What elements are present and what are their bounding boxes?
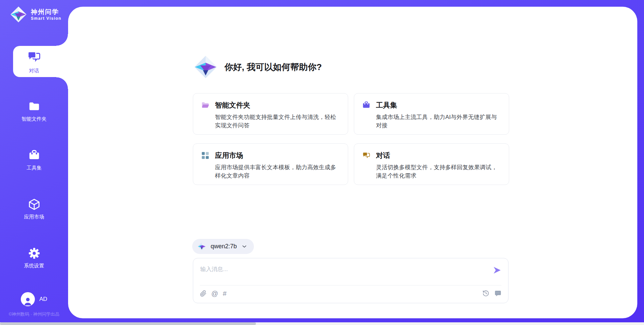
gear-icon	[28, 247, 41, 260]
chat-bubble-icon	[494, 290, 501, 297]
brand-logo: 神州问学 Smart Vision	[9, 5, 61, 23]
card-title: 对话	[376, 151, 390, 160]
app-window: 神州问学 Smart Vision 对话 智能文件夹 工具集 应	[0, 0, 644, 325]
history-icon	[482, 290, 489, 297]
sidebar-item-label: 工具集	[26, 165, 42, 171]
model-selector[interactable]: qwen2:7b	[192, 239, 254, 254]
folder-icon	[28, 100, 41, 113]
copyright-footer: ©神州数码 · 神州问学出品	[0, 311, 68, 317]
greeting: 你好, 我可以如何帮助你?	[193, 54, 322, 80]
user-initials: AD	[39, 296, 47, 303]
toolbox-icon	[28, 149, 41, 162]
mention-button[interactable]: @	[211, 290, 218, 297]
card-toolset[interactable]: 工具集 集成市场上主流工具，助力AI与外界无缝扩展与对接	[354, 93, 509, 135]
card-description: 智能文件夹功能支持批量文件上传与清洗，轻松实现文件问答	[215, 113, 341, 130]
brand-subtitle: Smart Vision	[31, 16, 61, 21]
sidebar-item-chat[interactable]: 对话	[0, 50, 68, 74]
card-smart-folder[interactable]: 智能文件夹 智能文件夹功能支持批量文件上传与清洗，轻松实现文件问答	[193, 93, 348, 135]
folder-open-icon	[201, 101, 210, 110]
horizontal-scrollbar[interactable]	[0, 322, 644, 325]
sidebar-item-settings[interactable]: 系统设置	[0, 247, 68, 269]
card-app-market[interactable]: 应用市场 应用市场提供丰富长文本模板，助力高效生成多样化文章内容	[193, 143, 348, 185]
tab-scoop-top	[56, 34, 68, 46]
user-profile[interactable]: AD	[0, 292, 68, 306]
brand-name: 神州问学	[31, 8, 61, 16]
card-description: 集成市场上主流工具，助力AI与外界无缝扩展与对接	[376, 113, 502, 130]
chevron-down-icon	[241, 243, 248, 250]
card-chat[interactable]: 对话 灵活切换多模型文件，支持多样回复效果调试，满足个性化需求	[354, 143, 509, 185]
paperclip-icon	[200, 290, 207, 297]
card-title: 智能文件夹	[215, 101, 250, 110]
tab-scoop-bottom	[56, 77, 68, 89]
scrollbar-thumb[interactable]	[0, 322, 256, 325]
main-panel: 你好, 我可以如何帮助你? 智能文件夹 智能文件夹功能支持批量文件上传与清洗，轻…	[68, 7, 637, 318]
history-button[interactable]	[482, 290, 489, 297]
sidebar-item-app-market[interactable]: 应用市场	[0, 198, 68, 220]
sidebar-item-label: 系统设置	[24, 263, 44, 269]
hashtag-button[interactable]: #	[223, 290, 226, 297]
message-composer[interactable]: 输入消息... @ #	[193, 258, 508, 303]
person-icon	[23, 296, 33, 306]
model-name: qwen2:7b	[211, 243, 237, 250]
send-icon[interactable]	[492, 266, 501, 275]
composer-divider	[200, 285, 501, 285]
sidebar-item-label: 应用市场	[24, 214, 44, 220]
attachment-button[interactable]	[200, 290, 207, 297]
conversation-button[interactable]	[494, 290, 501, 297]
toolbox-icon	[362, 101, 371, 110]
cube-icon	[28, 198, 41, 211]
gem-logo-icon	[193, 54, 218, 80]
chat-icon	[362, 151, 371, 160]
chat-icon	[26, 50, 42, 65]
sidebar-item-label: 智能文件夹	[21, 116, 47, 122]
sidebar-item-label: 对话	[29, 68, 39, 74]
gem-logo-icon	[197, 242, 206, 251]
avatar	[21, 292, 35, 306]
card-title: 应用市场	[215, 151, 243, 160]
card-description: 应用市场提供丰富长文本模板，助力高效生成多样化文章内容	[215, 163, 341, 180]
grid-icon	[201, 151, 210, 160]
gem-logo-icon	[9, 5, 28, 23]
sidebar-item-smart-folder[interactable]: 智能文件夹	[0, 100, 68, 122]
card-title: 工具集	[376, 101, 397, 110]
card-description: 灵活切换多模型文件，支持多样回复效果调试，满足个性化需求	[376, 163, 502, 180]
greeting-text: 你好, 我可以如何帮助你?	[224, 61, 322, 73]
sidebar-item-toolset[interactable]: 工具集	[0, 149, 68, 171]
message-input[interactable]: 输入消息...	[200, 265, 228, 273]
